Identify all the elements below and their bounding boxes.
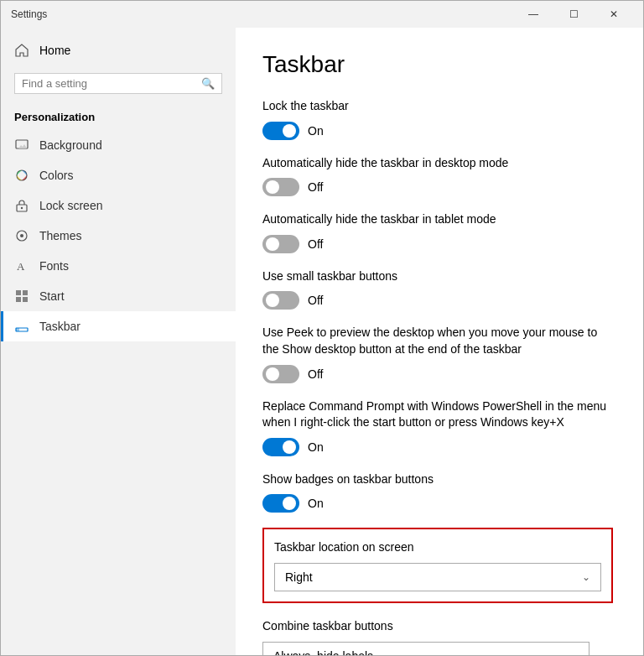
sidebar-item-lock-screen-label: Lock screen — [39, 199, 102, 212]
lock-screen-icon — [14, 198, 29, 213]
setting-peek-label: Use Peek to preview the desktop when you… — [262, 325, 616, 357]
window-content: Home 🔍 Personalization Background Colors — [1, 28, 643, 655]
sidebar-item-fonts-label: Fonts — [39, 259, 69, 273]
start-icon — [14, 289, 29, 304]
combine-value: Always, hide labels — [273, 649, 373, 655]
sidebar-item-taskbar-label: Taskbar — [39, 320, 80, 333]
toggle-badges-label: On — [308, 497, 324, 510]
home-icon — [14, 43, 29, 58]
maximize-button[interactable]: ☐ — [554, 1, 593, 28]
toggle-peek-label: Off — [308, 367, 323, 381]
toggle-row-auto-hide-desktop: Off — [262, 178, 616, 196]
close-button[interactable]: ✕ — [595, 1, 633, 28]
toggle-row-small-buttons: Off — [262, 291, 616, 310]
combine-chevron-icon: ⌄ — [570, 650, 579, 655]
toggle-row-powershell: On — [262, 438, 616, 456]
setting-auto-hide-tablet: Automatically hide the taskbar in tablet… — [262, 211, 616, 253]
sidebar-item-fonts[interactable]: A Fonts — [1, 251, 236, 281]
sidebar-item-colors-label: Colors — [39, 169, 73, 182]
setting-auto-hide-tablet-label: Automatically hide the taskbar in tablet… — [262, 211, 616, 228]
sidebar-item-themes-label: Themes — [39, 229, 82, 242]
taskbar-location-label: Taskbar location on screen — [274, 539, 601, 556]
setting-combine: Combine taskbar buttons Always, hide lab… — [262, 618, 616, 655]
taskbar-location-value: Right — [285, 570, 313, 584]
sidebar-item-themes[interactable]: Themes — [1, 221, 236, 251]
sidebar-item-background[interactable]: Background — [1, 130, 236, 160]
sidebar-item-colors[interactable]: Colors — [1, 160, 236, 190]
toggle-small-buttons[interactable] — [262, 291, 299, 310]
toggle-thumb — [266, 294, 279, 307]
toggle-lock-taskbar[interactable] — [262, 122, 299, 140]
taskbar-icon — [14, 319, 29, 334]
toggle-thumb — [266, 180, 279, 194]
setting-auto-hide-desktop: Automatically hide the taskbar in deskto… — [262, 155, 616, 197]
svg-rect-12 — [16, 328, 19, 331]
colors-icon — [14, 168, 29, 183]
toggle-auto-hide-desktop-label: Off — [308, 180, 323, 194]
setting-small-buttons-label: Use small taskbar buttons — [262, 268, 616, 285]
setting-auto-hide-desktop-label: Automatically hide the taskbar in deskto… — [262, 155, 616, 172]
setting-badges: Show badges on taskbar buttons On — [262, 471, 616, 513]
window-controls: — ☐ ✕ — [514, 1, 633, 28]
fonts-icon: A — [14, 258, 29, 273]
setting-lock-taskbar-label: Lock the taskbar — [262, 98, 616, 115]
settings-window: Settings — ☐ ✕ Home 🔍 Personalization — [0, 0, 644, 656]
svg-point-5 — [20, 234, 23, 237]
toggle-thumb — [266, 237, 279, 251]
svg-rect-8 — [23, 290, 28, 295]
setting-powershell: Replace Command Prompt with Windows Powe… — [262, 398, 616, 456]
taskbar-location-section: Taskbar location on screen Right ⌄ — [262, 528, 613, 603]
sidebar-item-home[interactable]: Home — [1, 34, 236, 66]
toggle-powershell[interactable] — [262, 438, 299, 456]
sidebar-section-label: Personalization — [1, 101, 236, 130]
window-title: Settings — [11, 8, 47, 20]
combine-dropdown[interactable]: Always, hide labels ⌄ — [262, 642, 589, 655]
main-content: Taskbar Lock the taskbar On Automaticall… — [236, 28, 643, 655]
taskbar-location-dropdown[interactable]: Right ⌄ — [274, 563, 601, 591]
setting-peek: Use Peek to preview the desktop when you… — [262, 325, 616, 383]
toggle-thumb — [283, 124, 296, 138]
toggle-row-lock: On — [262, 122, 616, 140]
svg-rect-7 — [16, 290, 21, 295]
title-bar: Settings — ☐ ✕ — [1, 1, 643, 28]
themes-icon — [14, 228, 29, 243]
svg-text:A: A — [17, 260, 25, 273]
toggle-thumb — [283, 497, 296, 510]
dropdown-chevron-icon: ⌄ — [582, 571, 590, 583]
sidebar-item-background-label: Background — [39, 138, 102, 152]
setting-combine-label: Combine taskbar buttons — [262, 618, 616, 635]
search-icon: 🔍 — [201, 77, 215, 90]
toggle-row-auto-hide-tablet: Off — [262, 235, 616, 253]
toggle-powershell-label: On — [308, 440, 324, 454]
sidebar-home-label: Home — [39, 44, 70, 57]
search-input[interactable] — [22, 77, 195, 90]
toggle-auto-hide-desktop[interactable] — [262, 178, 299, 196]
page-title: Taskbar — [262, 51, 616, 78]
svg-rect-10 — [23, 297, 28, 302]
search-box[interactable]: 🔍 — [14, 73, 222, 94]
toggle-thumb — [283, 440, 296, 454]
setting-lock-taskbar: Lock the taskbar On — [262, 98, 616, 140]
toggle-auto-hide-tablet[interactable] — [262, 235, 299, 253]
svg-rect-9 — [16, 297, 21, 302]
toggle-peek[interactable] — [262, 365, 299, 383]
sidebar-item-start[interactable]: Start — [1, 281, 236, 311]
toggle-row-badges: On — [262, 494, 616, 513]
toggle-auto-hide-tablet-label: Off — [308, 237, 323, 251]
toggle-row-peek: Off — [262, 365, 616, 383]
setting-small-buttons: Use small taskbar buttons Off — [262, 268, 616, 310]
toggle-thumb — [266, 367, 279, 381]
sidebar-item-start-label: Start — [39, 289, 65, 303]
svg-point-3 — [21, 207, 23, 209]
sidebar-item-taskbar[interactable]: Taskbar — [1, 311, 236, 341]
setting-badges-label: Show badges on taskbar buttons — [262, 471, 616, 488]
toggle-badges[interactable] — [262, 494, 299, 513]
background-icon — [14, 138, 29, 153]
setting-powershell-label: Replace Command Prompt with Windows Powe… — [262, 398, 616, 431]
minimize-button[interactable]: — — [514, 1, 553, 28]
sidebar-item-lock-screen[interactable]: Lock screen — [1, 190, 236, 221]
sidebar: Home 🔍 Personalization Background Colors — [1, 28, 236, 655]
toggle-small-buttons-label: Off — [308, 294, 323, 307]
toggle-lock-taskbar-label: On — [308, 124, 324, 138]
